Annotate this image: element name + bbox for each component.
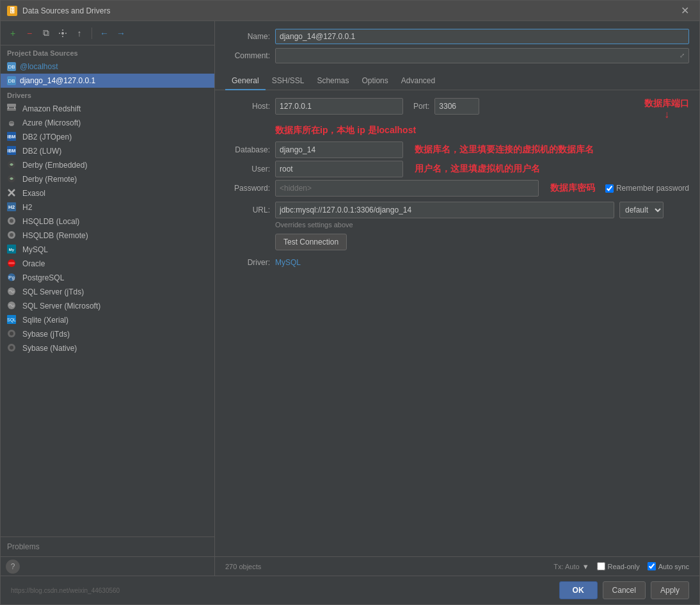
comment-expand-icon[interactable]: ⤢ bbox=[677, 50, 687, 60]
driver-azure[interactable]: Azure (Microsoft) bbox=[1, 116, 214, 130]
url-row: URL: default custom bbox=[225, 202, 689, 218]
azure-icon bbox=[7, 118, 17, 128]
driver-oracle[interactable]: Oracle bbox=[1, 257, 214, 271]
driver-sql-server-ms[interactable]: SQL Server (Microsoft) bbox=[1, 299, 214, 313]
driver-azure-label: Azure (Microsoft) bbox=[22, 118, 81, 127]
window-icon: 🗄 bbox=[7, 6, 17, 16]
svg-rect-5 bbox=[7, 104, 16, 107]
main-window: 🗄 Data Sources and Drivers ✕ + − ⧉ ↑ bbox=[0, 0, 700, 605]
tab-options[interactable]: Options bbox=[355, 72, 394, 90]
url-mode-select[interactable]: default custom bbox=[619, 202, 664, 218]
driver-hsqldb-local[interactable]: HSQLDB (Local) bbox=[1, 214, 214, 229]
remember-password-checkbox[interactable] bbox=[605, 184, 614, 193]
database-row: Database: 数据库名，这里填要连接的虚拟机的数据库名 bbox=[225, 141, 689, 158]
localhost-label: @localhost bbox=[20, 62, 58, 71]
tab-advanced[interactable]: Advanced bbox=[395, 72, 441, 90]
driver-sqlite-label: Sqlite (Xerial) bbox=[22, 316, 68, 325]
svg-text:SQL: SQL bbox=[7, 318, 16, 323]
back-button[interactable]: ← bbox=[97, 26, 111, 40]
svg-point-23 bbox=[10, 233, 13, 237]
object-count: 270 objects bbox=[225, 563, 261, 570]
driver-sybase-jtds[interactable]: Sybase (jTds) bbox=[1, 327, 214, 341]
close-button[interactable]: ✕ bbox=[677, 3, 693, 18]
user-input[interactable] bbox=[275, 161, 403, 177]
django-item[interactable]: DB django_14@127.0.0.1 bbox=[1, 74, 214, 88]
autosync-label: Auto sync bbox=[658, 563, 689, 570]
driver-db2-jtopen[interactable]: IBM DB2 (JTOpen) bbox=[1, 130, 214, 144]
svg-point-0 bbox=[61, 32, 64, 35]
autosync-checkbox[interactable] bbox=[648, 562, 656, 570]
tab-ssh-ssl[interactable]: SSH/SSL bbox=[266, 72, 311, 90]
svg-text:H2: H2 bbox=[8, 204, 15, 210]
export-button[interactable]: ↑ bbox=[72, 26, 86, 40]
driver-amazon-redshift[interactable]: Amazon Redshift bbox=[1, 102, 214, 116]
problems-section[interactable]: Problems bbox=[1, 536, 214, 556]
host-row: Host: Port: bbox=[225, 98, 638, 115]
apply-button[interactable]: Apply bbox=[651, 581, 689, 599]
driver-db2-luw[interactable]: IBM DB2 (LUW) bbox=[1, 144, 214, 158]
readonly-label: Read-only bbox=[608, 563, 640, 570]
comment-row: Comment: ⤢ bbox=[225, 48, 689, 63]
comment-input-wrapper[interactable]: ⤢ bbox=[275, 48, 689, 63]
driver-derby-embedded[interactable]: Derby (Embedded) bbox=[1, 158, 214, 172]
driver-exasol[interactable]: Exasol bbox=[1, 186, 214, 200]
port-annotation-text: 数据库端口 bbox=[644, 98, 689, 109]
postgresql-icon: Pg bbox=[7, 273, 17, 283]
port-input[interactable] bbox=[434, 98, 479, 115]
hsqldb-local-icon bbox=[7, 216, 17, 227]
left-panel: + − ⧉ ↑ ← → Project Data Sources bbox=[1, 21, 215, 576]
pass-annotation-text: 数据库密码 bbox=[550, 182, 595, 194]
tx-dropdown-icon[interactable]: ▼ bbox=[582, 563, 589, 570]
svg-text:IBM: IBM bbox=[8, 134, 16, 139]
sqlite-icon: SQL bbox=[7, 315, 17, 325]
localhost-icon: DB bbox=[7, 62, 16, 71]
right-panel: Name: Comment: ⤢ General SSH/SSL Schemas… bbox=[215, 21, 699, 576]
database-section: Database: 数据库名，这里填要连接的虚拟机的数据库名 bbox=[225, 141, 689, 158]
name-comment-section: Name: Comment: ⤢ bbox=[215, 21, 699, 72]
database-input[interactable] bbox=[275, 141, 403, 158]
help-button[interactable]: ? bbox=[6, 560, 20, 574]
test-connection-button[interactable]: Test Connection bbox=[275, 234, 347, 250]
right-form: Host: Port: 数据库端口 ↓ 数据库所在ip，本地 ip 是local… bbox=[215, 90, 699, 556]
settings-button[interactable] bbox=[56, 26, 70, 40]
tab-general[interactable]: General bbox=[225, 72, 266, 90]
toolbar-divider bbox=[91, 28, 92, 39]
svg-point-21 bbox=[10, 219, 13, 223]
copy-datasource-button[interactable]: ⧉ bbox=[39, 26, 53, 40]
forward-button[interactable]: → bbox=[114, 26, 128, 40]
svg-point-36 bbox=[10, 332, 13, 335]
driver-derby-remote[interactable]: Derby (Remote) bbox=[1, 172, 214, 186]
driver-sybase-native[interactable]: Sybase (Native) bbox=[1, 341, 214, 355]
driver-h2[interactable]: H2 H2 bbox=[1, 200, 214, 214]
driver-sqlite[interactable]: SQL Sqlite (Xerial) bbox=[1, 313, 214, 327]
cancel-button[interactable]: Cancel bbox=[603, 581, 646, 599]
password-input[interactable] bbox=[275, 180, 539, 197]
tab-schemas[interactable]: Schemas bbox=[310, 72, 355, 90]
name-input[interactable] bbox=[275, 29, 689, 44]
readonly-checkbox[interactable] bbox=[597, 562, 605, 570]
h2-icon: H2 bbox=[7, 202, 17, 213]
autosync-wrapper: Auto sync bbox=[648, 562, 689, 570]
derby-embedded-icon bbox=[7, 160, 17, 170]
driver-mysql[interactable]: My MySQL bbox=[1, 243, 214, 257]
password-label: Password: bbox=[225, 184, 270, 193]
driver-sql-server-jtds[interactable]: SQL Server (jTds) bbox=[1, 285, 214, 299]
driver-postgresql[interactable]: Pg PostgreSQL bbox=[1, 271, 214, 285]
url-input[interactable] bbox=[275, 202, 614, 218]
driver-hsqldb-remote[interactable]: HSQLDB (Remote) bbox=[1, 229, 214, 243]
comment-label: Comment: bbox=[225, 51, 270, 60]
remember-password-label: Remember password bbox=[616, 184, 689, 193]
driver-hsqldb-remote-label: HSQLDB (Remote) bbox=[22, 231, 88, 240]
driver-link[interactable]: MySQL bbox=[275, 258, 301, 267]
driver-label-text: Driver: bbox=[225, 258, 270, 267]
remove-datasource-button[interactable]: − bbox=[22, 26, 36, 40]
add-datasource-button[interactable]: + bbox=[6, 26, 20, 40]
host-section: Host: Port: 数据库端口 ↓ bbox=[225, 98, 689, 120]
localhost-item[interactable]: DB @localhost bbox=[1, 60, 214, 74]
host-input[interactable] bbox=[275, 98, 403, 115]
titlebar: 🗄 Data Sources and Drivers ✕ bbox=[1, 1, 699, 21]
ok-button[interactable]: OK bbox=[559, 581, 598, 599]
drivers-list: Amazon Redshift Azure (Microsoft) IBM DB… bbox=[1, 102, 214, 536]
left-toolbar: + − ⧉ ↑ ← → bbox=[1, 21, 214, 45]
project-section-header: Project Data Sources bbox=[1, 45, 214, 60]
